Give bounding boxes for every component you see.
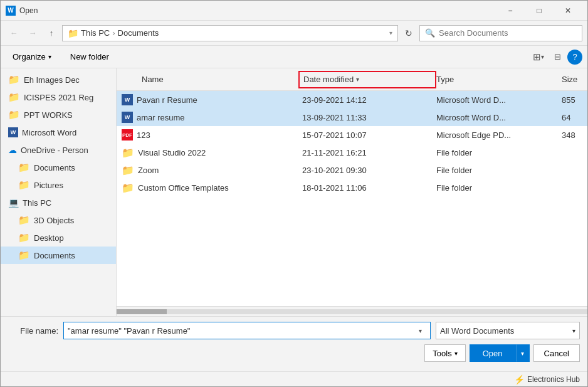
col-header-date[interactable]: Date modified ▾: [298, 71, 436, 88]
sidebar: 📁 Eh Images Dec 📁 ICISPES 2021 Reg 📁 PPT…: [1, 68, 117, 316]
sidebar-item-ppt-works[interactable]: 📁 PPT WORKS: [1, 106, 116, 124]
file-size-cell: 348: [562, 130, 575, 140]
table-row[interactable]: 📁 Zoom 23-10-2021 09:30 File folder: [117, 161, 587, 179]
view-toggle-button[interactable]: ⊞ ▾: [530, 48, 547, 66]
table-header: Name Date modified ▾ Type Size: [117, 68, 587, 91]
app-icon: W: [6, 6, 16, 16]
table-row[interactable]: 📁 Visual Studio 2022 21-11-2021 16:21 Fi…: [117, 144, 587, 161]
preview-button[interactable]: ⊟: [549, 48, 566, 66]
sidebar-item-3d-objects[interactable]: 📁 3D Objects: [1, 211, 116, 229]
table-row[interactable]: 📁 Custom Office Templates 18-01-2021 11:…: [117, 179, 587, 196]
file-name-cell: W Pavan r Resume: [117, 94, 298, 105]
table-row[interactable]: W amar resume 13-09-2021 11:33 Microsoft…: [117, 109, 587, 126]
filename-input-wrap[interactable]: ▾: [63, 322, 431, 339]
path-icon: 📁: [68, 28, 78, 38]
file-date-cell: 23-10-2021 09:30: [298, 166, 436, 175]
folder-icon: 📁: [8, 92, 20, 103]
sidebar-item-pictures[interactable]: 📁 Pictures: [1, 176, 116, 194]
filetype-select[interactable]: All Word Documents ▾: [436, 322, 580, 339]
cancel-button[interactable]: Cancel: [533, 344, 580, 362]
file-name-cell: 📁 Visual Studio 2022: [117, 147, 298, 159]
sidebar-item-eh-images[interactable]: 📁 Eh Images Dec: [1, 71, 116, 88]
sidebar-item-label: Microsoft Word: [22, 128, 76, 137]
file-type-cell: File folder: [436, 183, 562, 193]
new-folder-button[interactable]: New folder: [63, 48, 116, 66]
search-bar[interactable]: 🔍: [419, 25, 582, 41]
folder-icon: 📁: [18, 250, 30, 261]
path-dropdown-icon: ▾: [389, 29, 392, 36]
sidebar-item-label: Pictures: [34, 181, 63, 190]
minimize-button[interactable]: −: [496, 1, 525, 21]
organize-chevron: ▾: [48, 53, 51, 60]
search-input[interactable]: [439, 28, 577, 38]
sidebar-item-desktop[interactable]: 📁 Desktop: [1, 229, 116, 247]
file-name: 123: [137, 130, 150, 140]
sidebar-item-icispes[interactable]: 📁 ICISPES 2021 Reg: [1, 88, 116, 106]
table-row[interactable]: PDF 123 15-07-2021 10:07 Microsoft Edge …: [117, 126, 587, 144]
path-bar[interactable]: 📁 This PC › Documents ▾: [62, 25, 398, 41]
back-button[interactable]: ←: [6, 25, 22, 41]
brand-watermark: ⚡ Electronics Hub: [514, 374, 580, 384]
onedrive-icon: ☁: [8, 145, 17, 155]
file-name: Zoom: [138, 166, 159, 175]
sidebar-item-label: OneDrive - Person: [21, 146, 88, 155]
tools-button[interactable]: Tools ▾: [424, 344, 465, 362]
up-button[interactable]: ↑: [43, 25, 60, 41]
window-controls: − □ ✕: [496, 1, 582, 21]
folder-icon: 📁: [8, 74, 20, 85]
sidebar-item-this-pc[interactable]: 💻 This PC: [1, 194, 116, 211]
dialog-title: Open: [19, 6, 496, 15]
word-file-icon: W: [122, 112, 133, 123]
table-row[interactable]: W Pavan r Resume 23-09-2021 14:12 Micros…: [117, 91, 587, 109]
sidebar-item-documents[interactable]: 📁 Documents: [1, 247, 116, 264]
sort-arrow-icon: ▾: [356, 76, 359, 83]
forward-button[interactable]: →: [24, 25, 41, 41]
open-button[interactable]: Open: [470, 344, 516, 362]
close-button[interactable]: ✕: [554, 1, 582, 21]
pc-icon: 💻: [8, 198, 19, 208]
file-size-cell: 64: [562, 113, 570, 122]
filetype-label: All Word Documents: [440, 326, 514, 336]
open-button-group: Open ▾: [470, 344, 530, 362]
view-chevron: ▾: [541, 53, 544, 60]
brand-icon: ⚡: [514, 374, 525, 384]
folder-icon: 📁: [18, 162, 30, 173]
sidebar-item-microsoft-word[interactable]: W Microsoft Word: [1, 124, 116, 141]
file-type-cell: File folder: [436, 166, 562, 175]
sidebar-item-label: 3D Objects: [34, 216, 74, 225]
sidebar-item-documents-od[interactable]: 📁 Documents: [1, 159, 116, 176]
filename-input[interactable]: [68, 326, 414, 336]
sidebar-item-label: Desktop: [34, 233, 64, 243]
word-icon: W: [8, 127, 18, 137]
folder-icon: 📁: [18, 215, 30, 226]
folder-file-icon: 📁: [122, 182, 134, 194]
file-type-cell: File folder: [436, 148, 562, 157]
new-folder-label: New folder: [70, 52, 109, 61]
organize-button[interactable]: Organize ▾: [6, 48, 58, 66]
sidebar-item-onedrive[interactable]: ☁ OneDrive - Person: [1, 141, 116, 159]
brand-name: Electronics Hub: [527, 375, 580, 384]
horizontal-scrollbar[interactable]: [117, 306, 587, 316]
filename-dropdown-button[interactable]: ▾: [414, 322, 426, 339]
file-name: Visual Studio 2022: [138, 148, 206, 157]
maximize-button[interactable]: □: [525, 1, 554, 21]
file-type-cell: Microsoft Word D...: [436, 113, 562, 122]
folder-icon: 📁: [18, 232, 30, 243]
folder-file-icon: 📁: [122, 164, 134, 176]
word-file-icon: W: [122, 94, 133, 105]
open-dropdown-button[interactable]: ▾: [516, 344, 530, 362]
file-date-cell: 23-09-2021 14:12: [298, 95, 436, 105]
file-area: Name Date modified ▾ Type Size W Pavan r…: [117, 68, 587, 316]
filetype-chevron: ▾: [572, 327, 575, 334]
file-type-cell: Microsoft Word D...: [436, 95, 562, 105]
title-bar: W Open − □ ✕: [1, 1, 587, 21]
file-name-cell: W amar resume: [117, 112, 298, 123]
path-sep: ›: [112, 28, 115, 38]
file-name-cell: 📁 Custom Office Templates: [117, 182, 298, 194]
refresh-button[interactable]: ↻: [401, 25, 417, 41]
file-date-cell: 18-01-2021 11:06: [298, 183, 436, 193]
address-bar: ← → ↑ 📁 This PC › Documents ▾ ↻ 🔍: [1, 21, 587, 46]
file-name-cell: PDF 123: [117, 129, 298, 140]
help-button[interactable]: ?: [567, 50, 582, 65]
sidebar-item-label: This PC: [23, 198, 51, 208]
